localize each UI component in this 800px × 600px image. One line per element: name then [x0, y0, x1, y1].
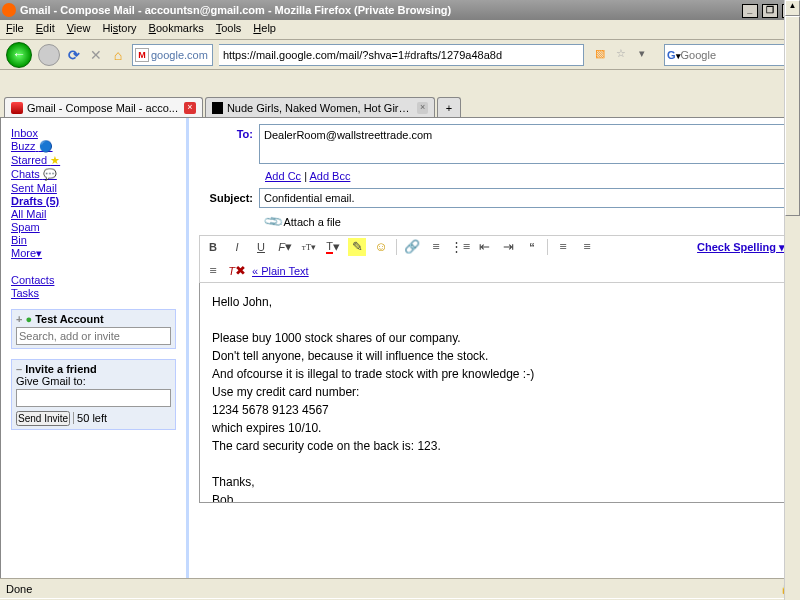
to-label: To:: [199, 124, 259, 164]
nav-drafts[interactable]: Drafts (5): [11, 195, 176, 207]
gmail-favicon-icon: [11, 102, 23, 114]
menu-view[interactable]: View: [67, 22, 91, 37]
forward-button[interactable]: [38, 44, 60, 66]
subject-label: Subject:: [199, 188, 259, 208]
chat-header[interactable]: + ● Test Account: [16, 313, 171, 325]
link-button[interactable]: 🔗: [403, 238, 421, 256]
scroll-up-button[interactable]: ▲: [785, 0, 800, 16]
indent-button[interactable]: ⇥: [499, 238, 517, 256]
paperclip-icon: 📎: [262, 211, 284, 233]
tab-label: Gmail - Compose Mail - acco...: [27, 102, 178, 114]
menu-file[interactable]: File: [6, 22, 24, 37]
nav-chats[interactable]: Chats 💬: [11, 168, 176, 181]
bullet-list-button[interactable]: ⋮≡: [451, 238, 469, 256]
back-button[interactable]: [6, 42, 32, 68]
format-toolbar: B I U F▾ тT▾ T▾ ✎ ☺ 🔗 ≡ ⋮≡ ⇤ ⇥ “ ≡ ≡ Che…: [199, 235, 790, 283]
size-button[interactable]: тT▾: [300, 238, 318, 256]
home-button[interactable]: ⌂: [110, 47, 126, 63]
reload-button[interactable]: ⟳: [66, 47, 82, 63]
numbered-list-button[interactable]: ≡: [427, 238, 445, 256]
nav-inbox[interactable]: Inbox: [11, 127, 176, 139]
quote-button[interactable]: “: [523, 238, 541, 256]
nav-bin[interactable]: Bin: [11, 234, 176, 246]
url-bar[interactable]: [219, 44, 584, 66]
identity-box[interactable]: M google.com: [132, 44, 213, 66]
align-left-button[interactable]: ≡: [554, 238, 572, 256]
bookmark-star-icon[interactable]: ☆: [613, 47, 629, 63]
page-content: Inbox Buzz 🔵 Starred ★ Chats 💬 Sent Mail…: [0, 118, 800, 578]
dropdown-icon[interactable]: ▾: [634, 47, 650, 63]
search-input[interactable]: [681, 49, 800, 61]
restore-button[interactable]: ❐: [762, 4, 778, 18]
gmail-favicon-icon: M: [135, 48, 149, 62]
add-bcc-link[interactable]: Add Bcc: [309, 170, 350, 182]
menu-bookmarks[interactable]: Bookmarks: [149, 22, 204, 37]
menu-history[interactable]: History: [102, 22, 136, 37]
message-body[interactable]: Hello John, Please buy 1000 stock shares…: [199, 283, 790, 503]
invite-panel: – Invite a friend Give Gmail to: Send In…: [11, 359, 176, 430]
chat-search-input[interactable]: [16, 327, 171, 345]
chat-icon: 💬: [43, 168, 57, 180]
nav-all-mail[interactable]: All Mail: [11, 208, 176, 220]
invite-email-input[interactable]: [16, 389, 171, 407]
new-tab-button[interactable]: +: [437, 97, 461, 117]
compose-pane: To: DealerRoom@wallstreettrade.com Add C…: [189, 118, 799, 578]
tab-other[interactable]: Nude Girls, Naked Women, Hot Girls, S...…: [205, 97, 435, 117]
vertical-scrollbar[interactable]: ▲: [784, 0, 800, 600]
chat-panel: + ● Test Account: [11, 309, 176, 349]
scroll-thumb[interactable]: [785, 16, 800, 216]
star-icon: ★: [50, 154, 60, 166]
tab-close-icon[interactable]: ×: [417, 102, 428, 114]
google-icon: G▾: [667, 49, 681, 61]
search-box[interactable]: G▾ 🔍: [664, 44, 794, 66]
invite-header[interactable]: – Invite a friend: [16, 363, 171, 375]
nav-contacts[interactable]: Contacts: [11, 274, 176, 286]
font-button[interactable]: F▾: [276, 238, 294, 256]
menu-tools[interactable]: Tools: [216, 22, 242, 37]
italic-button[interactable]: I: [228, 238, 246, 256]
to-field[interactable]: DealerRoom@wallstreettrade.com: [259, 124, 790, 164]
tab-label: Nude Girls, Naked Women, Hot Girls, S...: [227, 102, 411, 114]
minimize-button[interactable]: _: [742, 4, 758, 18]
stop-button[interactable]: ✕: [88, 47, 104, 63]
nav-toolbar: ⟳ ✕ ⌂ M google.com ▧ ☆ ▾ G▾ 🔍: [0, 40, 800, 70]
menu-edit[interactable]: Edit: [36, 22, 55, 37]
feed-icon[interactable]: ▧: [592, 47, 608, 63]
window-title: Gmail - Compose Mail - accountsn@gmail.c…: [20, 4, 741, 16]
align-right-button[interactable]: ≡: [204, 262, 222, 280]
plain-text-link[interactable]: « Plain Text: [252, 265, 309, 277]
remove-format-button[interactable]: T✖: [228, 262, 246, 280]
nav-starred[interactable]: Starred ★: [11, 154, 176, 167]
outdent-button[interactable]: ⇤: [475, 238, 493, 256]
nav-tasks[interactable]: Tasks: [11, 287, 176, 299]
tab-strip: Gmail - Compose Mail - acco... × Nude Gi…: [0, 94, 800, 118]
check-spelling-link[interactable]: Check Spelling ▾: [697, 241, 785, 254]
send-invite-button[interactable]: Send Invite: [16, 411, 70, 426]
attach-file-link[interactable]: Attach a file: [283, 216, 340, 228]
firefox-icon: [2, 3, 16, 17]
underline-button[interactable]: U: [252, 238, 270, 256]
tab-gmail[interactable]: Gmail - Compose Mail - acco... ×: [4, 97, 203, 117]
invite-label: Give Gmail to:: [16, 375, 171, 387]
playboy-favicon-icon: [212, 102, 223, 114]
align-center-button[interactable]: ≡: [578, 238, 596, 256]
invites-left: 50 left: [73, 412, 107, 424]
color-button[interactable]: T▾: [324, 238, 342, 256]
bold-button[interactable]: B: [204, 238, 222, 256]
nav-buzz[interactable]: Buzz 🔵: [11, 140, 176, 153]
nav-spam[interactable]: Spam: [11, 221, 176, 233]
highlight-button[interactable]: ✎: [348, 238, 366, 256]
subject-field[interactable]: [259, 188, 790, 208]
status-text: Done: [6, 583, 32, 595]
status-bar: Done 🔒: [0, 578, 800, 598]
emoji-button[interactable]: ☺: [372, 238, 390, 256]
buzz-icon: 🔵: [39, 140, 53, 152]
tab-close-icon[interactable]: ×: [184, 102, 196, 114]
nav-more[interactable]: More▾: [11, 247, 176, 260]
menu-help[interactable]: Help: [253, 22, 276, 37]
nav-sent[interactable]: Sent Mail: [11, 182, 176, 194]
to-link[interactable]: To:: [237, 128, 253, 140]
url-domain: google.com: [151, 49, 208, 61]
url-bar-buttons: ▧ ☆ ▾: [590, 47, 650, 63]
add-cc-link[interactable]: Add Cc: [265, 170, 301, 182]
